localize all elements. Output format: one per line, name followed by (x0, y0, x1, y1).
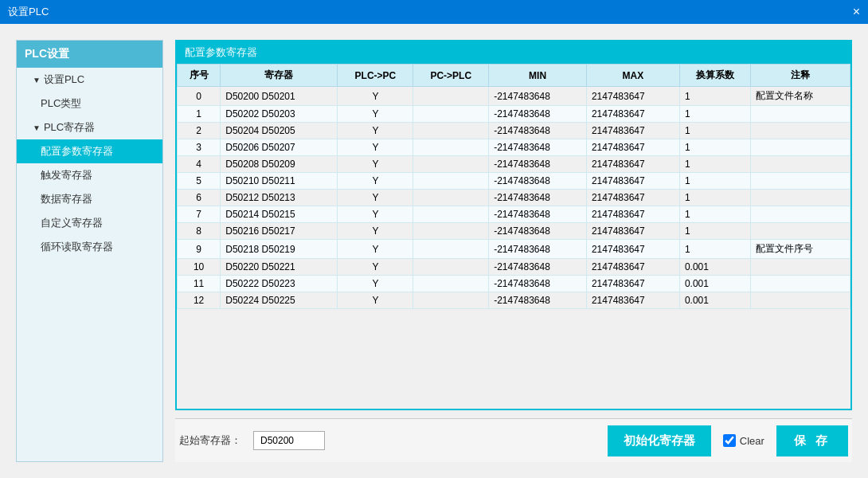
table-cell: -2147483648 (489, 139, 587, 156)
table-cell: -2147483648 (489, 123, 587, 139)
start-register-label: 起始寄存器： (179, 433, 241, 448)
table-cell: -2147483648 (489, 190, 587, 206)
table-row: 2D50204 D50205 Y-214748364821474836471 (178, 123, 850, 139)
init-register-button[interactable]: 初始化寄存器 (608, 425, 711, 456)
clear-checkbox[interactable] (723, 434, 736, 447)
table-panel-header: 配置参数寄存器 (177, 41, 850, 64)
table-wrapper[interactable]: 序号寄存器PLC->PCPC->PLCMINMAX换算系数注释 0D50200 … (177, 64, 850, 409)
table-cell (751, 206, 850, 223)
table-cell: -2147483648 (489, 259, 587, 276)
table-cell: 12 (178, 292, 221, 309)
table-cell: 6 (178, 190, 221, 206)
table-cell (413, 206, 489, 223)
table-cell: D50224 D50225 (221, 292, 338, 309)
column-header: 寄存器 (221, 65, 338, 87)
table-cell: 2147483647 (586, 292, 679, 309)
table-cell: -2147483648 (489, 173, 587, 190)
table-cell: -2147483648 (489, 240, 587, 259)
table-cell: 2147483647 (586, 139, 679, 156)
table-cell: 1 (178, 106, 221, 123)
table-cell: 0.001 (679, 276, 750, 292)
table-cell (751, 223, 850, 240)
table-cell: 2147483647 (586, 276, 679, 292)
table-cell (751, 190, 850, 206)
table-row: 12D50224 D50225 Y-214748364821474836470.… (178, 292, 850, 309)
close-button[interactable]: × (853, 6, 860, 18)
sidebar-item-label: 循环读取寄存器 (41, 240, 113, 254)
table-cell: 2147483647 (586, 87, 679, 106)
table-cell: D50212 D50213 (221, 190, 338, 206)
sidebar-item-plc-memory[interactable]: ▼PLC寄存器 (17, 116, 162, 139)
sidebar-item-label: PLC寄存器 (44, 120, 95, 135)
column-header: PC->PLC (413, 65, 489, 87)
table-cell: 1 (679, 139, 750, 156)
table-cell (751, 173, 850, 190)
sidebar-header: PLC设置 (17, 41, 162, 68)
table-cell: -2147483648 (489, 292, 587, 309)
table-row: 5D50210 D50211 Y-214748364821474836471 (178, 173, 850, 190)
table-cell: D50206 D50207 (221, 139, 338, 156)
column-header: PLC->PC (338, 65, 413, 87)
table-row: 3D50206 D50207 Y-214748364821474836471 (178, 139, 850, 156)
table-cell: 2147483647 (586, 123, 679, 139)
table-cell: 2147483647 (586, 173, 679, 190)
sidebar-item-set-plc[interactable]: ▼设置PLC (17, 68, 162, 92)
table-cell: 1 (679, 173, 750, 190)
table-cell: -2147483648 (489, 156, 587, 173)
table-cell: 4 (178, 156, 221, 173)
start-register-input[interactable] (253, 431, 325, 450)
table-cell: -2147483648 (489, 223, 587, 240)
table-cell (413, 259, 489, 276)
sidebar-item-trigger-memory[interactable]: 触发寄存器 (17, 163, 162, 187)
sidebar-item-data-memory[interactable]: 数据寄存器 (17, 187, 162, 211)
table-cell: D50218 D50219 (221, 240, 338, 259)
table-cell: -2147483648 (489, 106, 587, 123)
window-title: 设置PLC (8, 5, 49, 19)
table-cell (413, 240, 489, 259)
table-cell: Y (338, 139, 413, 156)
table-row: 6D50212 D50213 Y-214748364821474836471 (178, 190, 850, 206)
table-cell (413, 139, 489, 156)
column-header: MAX (586, 65, 679, 87)
table-cell (751, 276, 850, 292)
table-row: 8D50216 D50217 Y-214748364821474836471 (178, 223, 850, 240)
table-cell (413, 292, 489, 309)
table-cell: Y (338, 292, 413, 309)
table-cell: 2147483647 (586, 190, 679, 206)
sidebar-item-label: 配置参数寄存器 (41, 144, 113, 159)
sidebar-item-custom-memory[interactable]: 自定义寄存器 (17, 211, 162, 235)
table-cell: D50216 D50217 (221, 223, 338, 240)
table-row: 10D50220 D50221 Y-214748364821474836470.… (178, 259, 850, 276)
table-cell (751, 292, 850, 309)
sidebar-item-label: 自定义寄存器 (41, 216, 103, 230)
table-cell: Y (338, 259, 413, 276)
table-cell (413, 223, 489, 240)
sidebar-item-config-memory[interactable]: 配置参数寄存器 (17, 139, 162, 163)
sidebar-item-label: PLC类型 (41, 96, 81, 111)
table-cell: 2147483647 (586, 106, 679, 123)
sidebar-item-loop-read-memory[interactable]: 循环读取寄存器 (17, 235, 162, 259)
main-container: PLC设置 ▼设置PLCPLC类型▼PLC寄存器配置参数寄存器触发寄存器数据寄存… (0, 24, 868, 478)
table-cell: D50204 D50205 (221, 123, 338, 139)
table-cell: 1 (679, 206, 750, 223)
table-cell: D50214 D50215 (221, 206, 338, 223)
table-cell: D50210 D50211 (221, 173, 338, 190)
table-body: 0D50200 D50201 Y-214748364821474836471配置… (178, 87, 850, 309)
sidebar-item-label: 数据寄存器 (41, 192, 92, 206)
table-cell: -2147483648 (489, 87, 587, 106)
table-cell: 0.001 (679, 292, 750, 309)
table-cell: 1 (679, 240, 750, 259)
table-cell: Y (338, 156, 413, 173)
save-button[interactable]: 保 存 (776, 425, 848, 456)
sidebar-item-plc-type[interactable]: PLC类型 (17, 92, 162, 116)
table-cell: Y (338, 190, 413, 206)
sidebar-item-label: 触发寄存器 (41, 168, 92, 182)
table-cell: Y (338, 123, 413, 139)
table-cell: 1 (679, 87, 750, 106)
table-cell: D50200 D50201 (221, 87, 338, 106)
table-cell: 3 (178, 139, 221, 156)
table-cell: Y (338, 106, 413, 123)
table-row: 11D50222 D50223 Y-214748364821474836470.… (178, 276, 850, 292)
table-cell: 2147483647 (586, 240, 679, 259)
sidebar: PLC设置 ▼设置PLCPLC类型▼PLC寄存器配置参数寄存器触发寄存器数据寄存… (16, 40, 163, 462)
